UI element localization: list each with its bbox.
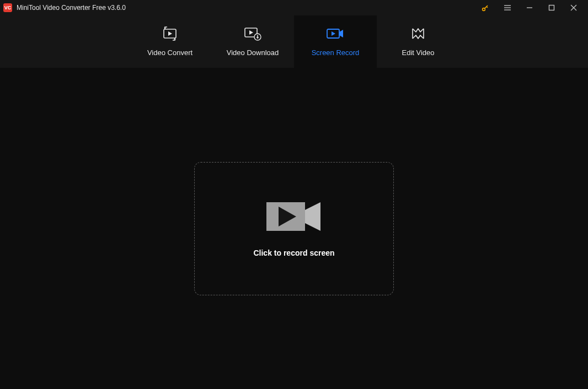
main-content: Click to record screen	[0, 68, 588, 389]
minimize-button[interactable]	[518, 0, 541, 15]
tab-edit-video[interactable]: Edit Video	[377, 15, 459, 68]
svg-rect-7	[549, 6, 554, 10]
tab-label: Edit Video	[402, 48, 434, 57]
tab-screen-record[interactable]: Screen Record	[294, 15, 377, 68]
tab-video-download[interactable]: Video Download	[211, 15, 294, 68]
svg-marker-15	[249, 30, 253, 35]
titlebar: VC MiniTool Video Converter Free v3.6.0	[0, 0, 588, 15]
window-controls	[474, 0, 585, 15]
app-logo-icon: VC	[3, 3, 12, 12]
tab-label: Video Convert	[147, 48, 193, 57]
edit-video-icon	[410, 26, 426, 41]
record-screen-button[interactable]: Click to record screen	[194, 162, 394, 295]
svg-line-2	[487, 7, 488, 8]
menu-button[interactable]	[496, 0, 518, 15]
upgrade-key-button[interactable]	[474, 0, 496, 15]
record-label: Click to record screen	[253, 248, 334, 257]
tab-label: Screen Record	[312, 48, 360, 57]
video-convert-icon	[162, 26, 178, 41]
app-title: MiniTool Video Converter Free v3.6.0	[17, 4, 474, 12]
camera-play-icon	[266, 200, 322, 233]
tab-video-convert[interactable]: Video Convert	[129, 15, 211, 68]
close-button[interactable]	[563, 0, 585, 15]
tab-label: Video Download	[227, 48, 279, 57]
maximize-button[interactable]	[541, 0, 563, 15]
svg-marker-20	[332, 31, 335, 36]
video-download-icon	[244, 26, 261, 41]
main-tabs: Video Convert Video Download Screen Reco…	[0, 15, 588, 68]
app-logo-text: VC	[4, 5, 12, 10]
svg-marker-13	[168, 31, 172, 36]
screen-record-icon	[326, 26, 345, 41]
